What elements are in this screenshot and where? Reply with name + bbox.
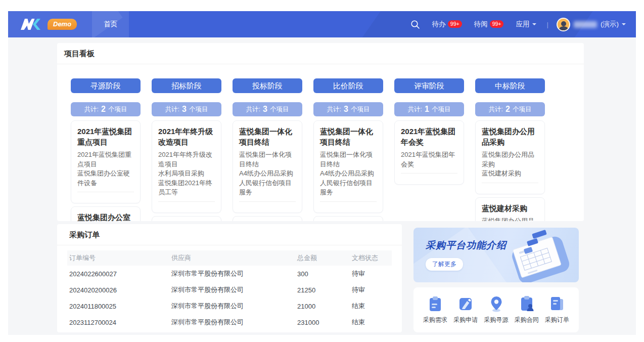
table-row[interactable]: 2023112700024 深圳市常平股份有限公司 231000 结束 (67, 314, 392, 330)
stage-count: 共计:1个项目 (394, 102, 464, 116)
order-amount: 300 (297, 270, 352, 278)
card-list: 2021年蓝悦集团年会奖 2021年蓝悦集团年会奖 (394, 120, 464, 185)
order-supplier: 深圳市常平股份有限公司 (171, 302, 297, 311)
quick-link-label: 采购申请 (453, 316, 478, 324)
apps-menu-item[interactable]: 应用 (516, 20, 536, 29)
order-amount: 21000 (297, 303, 352, 310)
edit-square-icon (456, 295, 475, 313)
project-card[interactable]: 蓝悦集团办公室硬件设备 (71, 206, 141, 221)
promo-banner[interactable]: 采购平台功能介绍 了解更多 (413, 228, 579, 282)
project-card[interactable]: A4纸办公用品采购 (313, 216, 383, 222)
stage-button[interactable]: 投标阶段 (233, 78, 302, 93)
project-card-title: 2021年蓝悦集团年会奖 (401, 126, 457, 147)
order-supplier: 深圳市常平股份有限公司 (171, 318, 297, 327)
project-card[interactable]: A4纸办公用品采购 (233, 216, 302, 222)
promo-title: 采购平台功能介绍 (426, 239, 507, 252)
stage-button[interactable]: 寻源阶段 (71, 78, 141, 93)
stage-button[interactable]: 中标阶段 (475, 78, 545, 93)
nav-right-cluster: 待办 99+ 待阅 99+ 应用 | (演示) (410, 18, 636, 31)
clipboard-list-icon (426, 295, 444, 313)
quick-link-order[interactable]: 采购订单 (542, 295, 572, 324)
quick-link-label: 采购订单 (545, 316, 569, 324)
order-supplier: 深圳市常平股份有限公司 (171, 269, 297, 278)
kanban-columns: 寻源阶段 共计:2个项目 2021年蓝悦集团重点项目 2021年蓝悦集团重点项目… (57, 64, 584, 221)
card-divider (239, 201, 296, 207)
top-navbar: Demo 首页 待办 99+ 待阅 99+ 应用 | (8, 11, 636, 37)
project-card[interactable]: 蓝悦集团一体化项目终结 蓝悦集团一体化项目终结 A4纸办公用品采购 人民银行信创… (313, 120, 383, 213)
order-status: 待审 (352, 269, 392, 278)
search-icon[interactable] (410, 20, 420, 29)
project-card-desc: 蓝悦集团办公用品采购 蓝悦建材采购 (482, 150, 538, 179)
avatar (557, 18, 570, 31)
order-status: 结束 (352, 318, 392, 327)
orders-table-body: 2024022600027 深圳市常平股份有限公司 300 待审 2024020… (67, 266, 392, 330)
project-board-title: 项目看板 (57, 43, 584, 64)
kanban-column-bid-submit: 投标阶段 共计:3个项目 蓝悦集团一体化项目终结 蓝悦集团一体化项目终结 A4纸… (233, 64, 302, 221)
tab-home[interactable]: 首页 (92, 11, 129, 37)
quick-link-label: 采购合同 (515, 316, 539, 324)
card-list: 蓝悦集团一体化项目终结 蓝悦集团一体化项目终结 A4纸办公用品采购 人民银行信创… (233, 120, 302, 221)
col-header-amount: 总金额 (297, 253, 352, 263)
learn-more-button[interactable]: 了解更多 (426, 258, 463, 271)
app-window: Demo 首页 待办 99+ 待阅 99+ 应用 | (8, 11, 636, 335)
stage-button[interactable]: 招标阶段 (152, 78, 221, 93)
project-card[interactable]: 2021年蓝悦集团年会奖 2021年蓝悦集团年会奖 (394, 120, 464, 185)
order-status: 待审 (352, 285, 392, 294)
stage-button[interactable]: 评审阶段 (394, 78, 464, 93)
toread-menu-item[interactable]: 待阅 99+ (474, 20, 504, 29)
project-card-title: 蓝悦集团一体化项目终结 (239, 126, 296, 147)
col-header-supplier: 供应商 (171, 253, 297, 263)
project-card-desc: 2021年蓝悦集团年会奖 (401, 150, 457, 169)
toread-count-badge: 99+ (490, 20, 504, 28)
project-card-desc: 2021年蓝悦集团重点项目 蓝悦集团办公室硬件设备 (77, 150, 134, 188)
card-list: 蓝悦集团一体化项目终结 蓝悦集团一体化项目终结 A4纸办公用品采购 人民银行信创… (313, 120, 383, 221)
project-card[interactable]: 蓝悦集团办公用品采购 蓝悦集团办公用品采购 蓝悦建材采购 (475, 120, 545, 194)
card-list: 2021年蓝悦集团重点项目 2021年蓝悦集团重点项目 蓝悦集团办公室硬件设备 … (71, 120, 141, 221)
project-card-title: 2021年年终升级改造项目 (158, 126, 215, 147)
quick-link-apply[interactable]: 采购申请 (451, 295, 480, 324)
project-board-panel: 项目看板 寻源阶段 共计:2个项目 2021年蓝悦集团重点项目 2021年蓝悦集… (57, 43, 584, 221)
project-card-title: 蓝悦集团办公室硬件设备 (77, 212, 134, 221)
table-row[interactable]: 2024022600027 深圳市常平股份有限公司 300 待审 (67, 266, 392, 282)
col-header-status: 文档状态 (352, 253, 392, 263)
project-card[interactable]: 水利局项目采购 (152, 216, 221, 222)
kanban-column-price-compare: 比价阶段 共计:3个项目 蓝悦集团一体化项目终结 蓝悦集团一体化项目终结 A4纸… (313, 64, 383, 221)
order-document-icon (548, 295, 566, 313)
quick-link-contract[interactable]: 采购合同 (512, 295, 541, 324)
card-list: 蓝悦集团办公用品采购 蓝悦集团办公用品采购 蓝悦建材采购 蓝悦建材采购 蓝悦集团… (475, 120, 545, 221)
stage-count: 共计:2个项目 (475, 102, 545, 116)
mk-logo-icon (20, 18, 43, 31)
demo-badge: Demo (48, 19, 77, 30)
stage-button[interactable]: 比价阶段 (313, 78, 383, 93)
chevron-down-icon (532, 23, 536, 27)
todo-menu-item[interactable]: 待办 99+ (432, 20, 462, 29)
card-divider (401, 173, 457, 179)
stage-count: 共计:3个项目 (152, 102, 221, 116)
project-card-title: 蓝悦集团一体化项目终结 (320, 126, 377, 147)
apps-label: 应用 (516, 20, 529, 29)
app-logo[interactable]: Demo (8, 18, 77, 31)
project-card-title: 蓝悦集团办公用品采购 (482, 126, 538, 147)
table-row[interactable]: 2024020200026 深圳市常平股份有限公司 21250 待审 (67, 282, 392, 298)
quick-link-label: 采购寻源 (484, 316, 509, 324)
order-no: 2024022600027 (69, 270, 171, 278)
col-header-order-no: 订单编号 (69, 253, 171, 263)
project-card[interactable]: 2021年年终升级改造项目 2021年年终升级改造项目 水利局项目采购 蓝悦集团… (152, 120, 221, 213)
project-card-desc: 蓝悦集团一体化项目终结 A4纸办公用品采购 人民银行信创项目服务 (239, 150, 296, 197)
order-no: 2024011800025 (69, 303, 171, 310)
user-menu[interactable]: (演示) (557, 18, 626, 31)
quick-link-label: 采购需求 (423, 316, 447, 324)
kanban-column-sourcing: 寻源阶段 共计:2个项目 2021年蓝悦集团重点项目 2021年蓝悦集团重点项目… (71, 64, 141, 221)
table-row[interactable]: 2024011800025 深圳市常平股份有限公司 21000 结束 (67, 298, 392, 314)
order-amount: 21250 (297, 286, 352, 294)
quick-link-demand[interactable]: 采购需求 (421, 295, 450, 324)
user-env-label: (演示) (601, 20, 619, 29)
quick-link-sourcing[interactable]: 采购寻源 (482, 295, 511, 324)
project-card-title: 2021年蓝悦集团重点项目 (77, 126, 134, 147)
project-card[interactable]: 蓝悦集团一体化项目终结 蓝悦集团一体化项目终结 A4纸办公用品采购 人民银行信创… (233, 120, 302, 213)
project-card[interactable]: 蓝悦建材采购 蓝悦集团办公用品采购 (475, 197, 545, 222)
project-card[interactable]: 2021年蓝悦集团重点项目 2021年蓝悦集团重点项目 蓝悦集团办公室硬件设备 (71, 120, 141, 203)
kanban-column-award: 中标阶段 共计:2个项目 蓝悦集团办公用品采购 蓝悦集团办公用品采购 蓝悦建材采… (475, 64, 545, 221)
main-content: 项目看板 寻源阶段 共计:2个项目 2021年蓝悦集团重点项目 2021年蓝悦集… (8, 37, 636, 335)
project-card-desc: 2021年年终升级改造项目 水利局项目采购 蓝悦集团2021年终员工等 (158, 150, 215, 197)
